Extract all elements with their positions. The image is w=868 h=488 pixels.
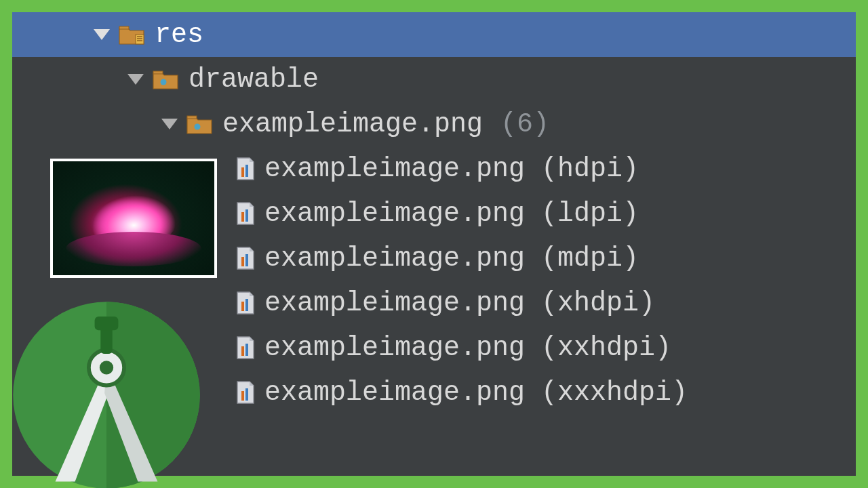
svg-rect-10 — [245, 165, 248, 177]
image-file-icon — [236, 336, 255, 360]
file-name: exampleimage.png — [264, 243, 525, 274]
file-qualifier: (xhdpi) — [541, 288, 655, 319]
svg-point-6 — [161, 79, 167, 85]
svg-rect-9 — [241, 167, 244, 177]
res-folder-icon — [118, 24, 145, 45]
tree-row-drawable[interactable]: drawable — [12, 57, 856, 102]
svg-rect-25 — [100, 327, 112, 354]
svg-rect-20 — [245, 388, 248, 401]
tree-row-res[interactable]: res — [12, 12, 856, 57]
image-file-icon — [236, 291, 255, 315]
file-name: exampleimage.png — [264, 154, 525, 184]
file-qualifier: (mdpi) — [541, 243, 639, 274]
file-qualifier: (xxhdpi) — [541, 333, 671, 363]
svg-point-24 — [100, 361, 113, 374]
file-name: exampleimage.png — [264, 288, 525, 319]
tree-label: exampleimage.png — [222, 109, 483, 140]
folder-icon — [186, 113, 213, 135]
svg-rect-5 — [153, 71, 163, 74]
image-file-icon — [236, 201, 255, 226]
svg-rect-0 — [119, 26, 129, 29]
expand-toggle-icon[interactable] — [127, 74, 144, 85]
file-name: exampleimage.png — [264, 199, 525, 229]
tree-count: (6) — [500, 109, 549, 140]
svg-rect-14 — [245, 254, 248, 266]
svg-rect-16 — [245, 299, 248, 311]
svg-point-8 — [195, 124, 201, 130]
tree-row-image-group[interactable]: exampleimage.png (6) — [12, 102, 856, 146]
svg-rect-15 — [241, 302, 244, 311]
svg-rect-13 — [241, 257, 244, 266]
svg-rect-19 — [241, 391, 244, 401]
expand-toggle-icon[interactable] — [161, 119, 178, 129]
svg-rect-7 — [187, 116, 197, 119]
file-qualifier: (hdpi) — [541, 154, 639, 184]
expand-toggle-icon[interactable] — [94, 29, 110, 40]
tree-label: drawable — [189, 64, 319, 95]
svg-rect-1 — [136, 35, 144, 44]
folder-icon — [152, 68, 179, 90]
image-file-icon — [236, 157, 255, 181]
svg-rect-18 — [245, 344, 248, 356]
file-name: exampleimage.png — [264, 333, 525, 363]
android-studio-logo-icon — [8, 297, 205, 488]
preview-thumbnail — [50, 159, 217, 278]
svg-rect-26 — [95, 317, 119, 330]
tree-label: res — [155, 20, 203, 50]
svg-rect-12 — [245, 209, 248, 222]
image-file-icon — [236, 246, 255, 270]
image-file-icon — [236, 380, 255, 405]
svg-rect-11 — [241, 212, 244, 222]
file-qualifier: (ldpi) — [541, 199, 639, 229]
file-name: exampleimage.png — [264, 378, 525, 408]
file-qualifier: (xxxhdpi) — [541, 378, 688, 408]
svg-rect-17 — [241, 346, 244, 356]
